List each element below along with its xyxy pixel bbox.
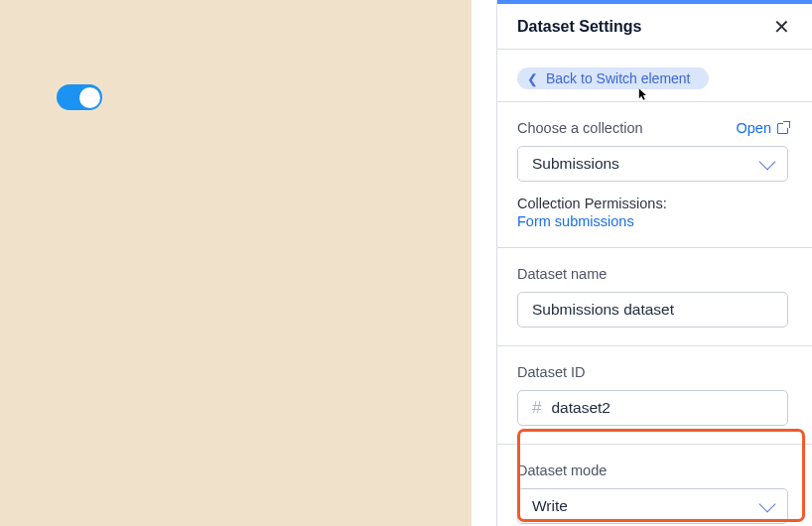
chevron-down-icon	[759, 153, 776, 170]
canvas-gutter	[472, 0, 496, 526]
chevron-down-icon	[759, 495, 776, 512]
hash-icon: #	[532, 398, 541, 418]
dataset-mode-value: Write	[532, 497, 568, 515]
back-to-switch-button[interactable]: ❮ Back to Switch element	[517, 67, 709, 89]
permissions-link[interactable]: Form submissions	[517, 213, 788, 229]
collection-select[interactable]: Submissions	[517, 146, 788, 182]
open-collection-text: Open	[737, 120, 771, 136]
dataset-name-input[interactable]	[517, 292, 788, 328]
dataset-id-section: Dataset ID # dataset2	[497, 346, 812, 445]
dataset-id-label: Dataset ID	[517, 364, 788, 380]
dataset-name-section: Dataset name	[497, 248, 812, 346]
panel-header: Dataset Settings ✕	[497, 4, 812, 50]
close-icon[interactable]: ✕	[773, 17, 790, 37]
dataset-mode-section: Dataset mode Write	[497, 445, 812, 526]
dataset-mode-select[interactable]: Write	[517, 488, 788, 524]
collection-selected-value: Submissions	[532, 155, 619, 173]
chevron-left-icon: ❮	[527, 71, 538, 86]
switch-knob	[79, 87, 100, 108]
settings-panel: Dataset Settings ✕ ❮ Back to Switch elem…	[496, 0, 812, 526]
back-section: ❮ Back to Switch element	[497, 50, 812, 102]
collection-label: Choose a collection	[517, 120, 643, 136]
external-link-icon	[777, 123, 788, 134]
dataset-mode-label: Dataset mode	[517, 462, 788, 478]
editor-canvas	[0, 0, 472, 526]
panel-accent-bar	[497, 0, 812, 4]
switch-element[interactable]	[57, 84, 102, 110]
dataset-id-value: dataset2	[551, 399, 609, 417]
permissions-label: Collection Permissions:	[517, 196, 788, 211]
back-label: Back to Switch element	[546, 70, 691, 86]
panel-body: ❮ Back to Switch element Choose a collec…	[497, 50, 812, 526]
collection-section: Choose a collection Open Submissions Col…	[497, 102, 812, 248]
panel-title: Dataset Settings	[517, 18, 641, 36]
open-collection-link[interactable]: Open	[737, 120, 788, 136]
dataset-name-label: Dataset name	[517, 266, 788, 282]
dataset-id-input-wrap[interactable]: # dataset2	[517, 390, 788, 426]
